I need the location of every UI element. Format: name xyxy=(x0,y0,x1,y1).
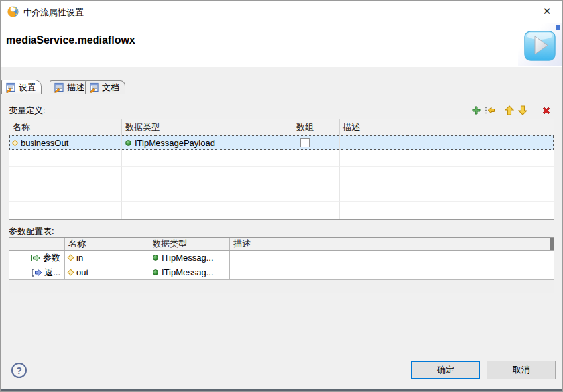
array-checkbox[interactable] xyxy=(300,138,310,147)
help-button[interactable]: ? xyxy=(11,363,27,378)
variable-name: businessOut xyxy=(21,138,68,148)
window-title: 中介流属性设置 xyxy=(23,7,84,19)
type-icon xyxy=(125,140,131,146)
param-type: ITipMessag... xyxy=(162,253,214,263)
tab-bar: 设置 描述 文档 xyxy=(1,80,562,94)
variable-type: ITipMessagePayload xyxy=(135,138,215,148)
variables-table-header: 名称 数据类型 数组 描述 xyxy=(9,119,554,135)
add-icon[interactable] xyxy=(469,105,483,116)
empty-row[interactable] xyxy=(9,150,554,167)
param-name: out xyxy=(76,267,88,277)
dialog-window: 中介流属性设置 ✕ mediaService.mediaflowx xyxy=(0,0,563,392)
params-table-header: 名称 数据类型 描述 xyxy=(9,238,554,251)
page-title: mediaService.mediaflowx xyxy=(6,34,135,46)
table-row[interactable]: 参数 in ITipMessag... xyxy=(9,251,554,265)
params-section-label: 参数配置表: xyxy=(9,226,54,237)
variable-description-cell[interactable] xyxy=(340,135,554,150)
properties-icon xyxy=(5,82,16,93)
title-bar: 中介流属性设置 ✕ xyxy=(1,1,562,23)
tab-description[interactable]: 描述 xyxy=(50,80,90,94)
move-up-icon[interactable] xyxy=(503,105,516,116)
param-kind-cell[interactable]: 返... xyxy=(9,265,65,279)
param-name-cell[interactable]: out xyxy=(65,265,149,279)
variables-section-label: 变量定义: xyxy=(9,105,46,117)
type-icon xyxy=(153,255,158,261)
properties-icon xyxy=(89,82,99,93)
insert-reference-icon[interactable] xyxy=(483,105,496,116)
col-name[interactable]: 名称 xyxy=(65,238,149,250)
delete-icon[interactable] xyxy=(540,105,553,116)
move-down-icon[interactable] xyxy=(516,105,529,116)
param-kind: 返... xyxy=(44,267,60,279)
param-name-cell[interactable]: in xyxy=(65,251,149,265)
empty-row[interactable] xyxy=(9,167,554,184)
param-description-cell[interactable] xyxy=(230,265,554,279)
col-array[interactable]: 数组 xyxy=(271,119,340,135)
variable-icon xyxy=(12,139,19,146)
cancel-button[interactable]: 取消 xyxy=(487,361,556,379)
banner-corner-square xyxy=(556,25,560,30)
table-row[interactable]: 返... out ITipMessag... xyxy=(9,265,554,280)
tab-label: 设置 xyxy=(19,82,36,94)
param-return-icon xyxy=(32,269,42,277)
col-kind[interactable] xyxy=(9,238,65,250)
window-bottom-edge xyxy=(1,389,562,391)
banner: mediaService.mediaflowx xyxy=(1,23,562,67)
banner-art xyxy=(518,23,562,66)
variables-table: 名称 数据类型 数组 描述 businessOut ITipMessagePay… xyxy=(9,119,554,220)
param-in-icon xyxy=(31,254,40,262)
param-kind-cell[interactable]: 参数 xyxy=(9,251,65,265)
tab-label: 描述 xyxy=(67,82,84,94)
param-name: in xyxy=(76,253,83,263)
scrollbar-corner xyxy=(550,238,554,250)
variable-name-cell[interactable]: businessOut xyxy=(9,135,122,150)
app-swirl-icon xyxy=(7,6,19,17)
tab-label: 文档 xyxy=(102,82,119,94)
param-type: ITipMessag... xyxy=(162,267,214,277)
param-type-cell[interactable]: ITipMessag... xyxy=(149,251,230,265)
media-play-icon xyxy=(524,31,556,61)
properties-icon xyxy=(54,82,64,93)
table-row[interactable]: businessOut ITipMessagePayload xyxy=(9,135,554,150)
ok-button[interactable]: 确定 xyxy=(411,361,480,379)
params-table: 名称 数据类型 描述 参数 in ITipMessag... xyxy=(9,237,554,293)
tab-settings[interactable]: 设置 xyxy=(1,80,42,94)
variable-type-cell[interactable]: ITipMessagePayload xyxy=(122,135,271,150)
empty-row[interactable] xyxy=(9,184,554,202)
type-icon xyxy=(153,269,158,275)
param-icon xyxy=(68,255,74,261)
tab-document[interactable]: 文档 xyxy=(85,80,125,94)
col-name[interactable]: 名称 xyxy=(9,119,122,135)
variables-toolbar xyxy=(469,105,553,116)
close-icon[interactable]: ✕ xyxy=(537,3,557,20)
variable-array-cell xyxy=(271,135,340,150)
tab-divider xyxy=(1,94,562,94)
param-type-cell[interactable]: ITipMessag... xyxy=(149,265,230,279)
col-description[interactable]: 描述 xyxy=(230,238,554,250)
param-icon xyxy=(68,269,74,276)
empty-row[interactable] xyxy=(9,202,554,219)
param-kind: 参数 xyxy=(43,252,60,264)
col-type[interactable]: 数据类型 xyxy=(122,119,271,135)
col-description[interactable]: 描述 xyxy=(340,119,554,135)
col-type[interactable]: 数据类型 xyxy=(149,238,230,250)
param-description-cell[interactable] xyxy=(230,251,554,265)
